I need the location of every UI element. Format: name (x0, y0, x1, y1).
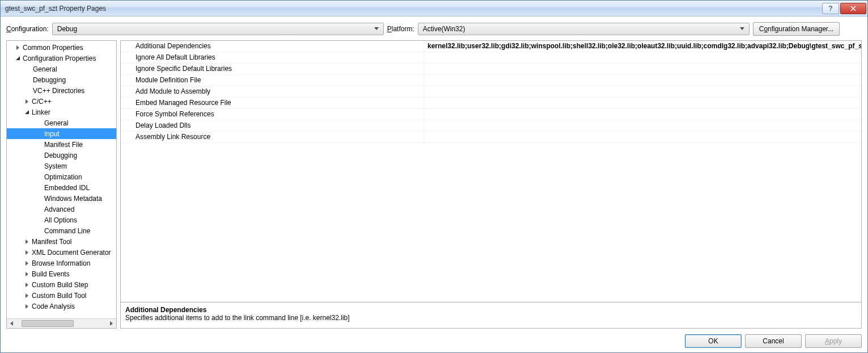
svg-marker-13 (26, 293, 28, 298)
tree-item-label: Browse Information (32, 259, 90, 267)
expand-closed-icon[interactable] (24, 271, 31, 278)
configuration-combo[interactable]: Debug (52, 23, 384, 35)
grid-value[interactable]: kernel32.lib;user32.lib;gdi32.lib;winspo… (424, 41, 861, 52)
expand-open-icon[interactable] (15, 55, 22, 62)
svg-marker-10 (26, 261, 28, 266)
tree-item-command-line[interactable]: Command Line (7, 225, 116, 236)
tree-item-all-options[interactable]: All Options (7, 215, 116, 225)
grid-row[interactable]: Add Module to Assembly (121, 86, 861, 98)
grid-row[interactable]: Force Symbol References (121, 109, 861, 120)
titlebar: gtest_swc_pf_szt Property Pages ? (1, 1, 867, 16)
tree-item-label: Input (44, 130, 60, 138)
tree-item-build-events[interactable]: Build Events (7, 268, 116, 279)
svg-marker-2 (374, 27, 379, 30)
grid-value[interactable] (424, 98, 861, 108)
cancel-button[interactable]: Cancel (745, 334, 802, 348)
right-pane: Additional Dependencieskernel32.lib;user… (120, 40, 862, 329)
scroll-right-icon[interactable] (107, 320, 116, 327)
grid-value[interactable] (424, 86, 861, 97)
tree-item-system[interactable]: System (7, 161, 116, 171)
close-icon (850, 6, 857, 11)
grid-row[interactable]: Ignore Specific Default Libraries (121, 64, 861, 75)
tree-item-custom-build-step[interactable]: Custom Build Step (7, 279, 116, 290)
tree-item-debugging[interactable]: Debugging (7, 150, 116, 161)
tree-item-input[interactable]: Input (7, 128, 116, 139)
expand-closed-icon[interactable] (24, 281, 31, 288)
svg-marker-8 (26, 239, 28, 244)
scroll-thumb[interactable] (22, 320, 74, 327)
grid-value[interactable] (424, 64, 861, 74)
tree-item-label: General (44, 119, 69, 127)
configuration-label: Configuration: (6, 25, 49, 33)
tree-pane: Common PropertiesConfiguration Propertie… (6, 40, 117, 329)
chevron-down-icon (738, 27, 747, 31)
close-button[interactable] (840, 3, 866, 14)
tree-item-label: Manifest Tool (32, 238, 71, 246)
expand-closed-icon[interactable] (24, 238, 31, 245)
platform-label: Platform: (387, 25, 414, 33)
ok-button[interactable]: OK (685, 334, 742, 348)
grid-row[interactable]: Embed Managed Resource File (121, 98, 861, 109)
tree-item-vc-directories[interactable]: VC++ Directories (7, 85, 116, 96)
tree-item-label: Build Events (32, 270, 70, 278)
grid-row[interactable]: Ignore All Default Libraries (121, 52, 861, 64)
tree-item-general[interactable]: General (7, 64, 116, 74)
tree-item-linker[interactable]: Linker (7, 107, 116, 117)
tree-item-label: Custom Build Tool (32, 292, 87, 300)
main-split: Common PropertiesConfiguration Propertie… (6, 40, 862, 329)
scroll-left-icon[interactable] (7, 320, 16, 327)
tree-item-c-c-[interactable]: C/C++ (7, 96, 116, 107)
tree-item-embedded-idl[interactable]: Embedded IDL (7, 182, 116, 193)
tree-item-label: Advanced (44, 205, 74, 213)
tree-item-label: All Options (44, 216, 77, 224)
tree-item-custom-build-tool[interactable]: Custom Build Tool (7, 290, 116, 301)
tree-horizontal-scrollbar[interactable] (7, 318, 116, 328)
grid-value[interactable] (424, 75, 861, 86)
expand-closed-icon[interactable] (24, 249, 31, 256)
description-title: Additional Dependencies (125, 306, 857, 314)
grid-value[interactable] (424, 52, 861, 63)
grid-row[interactable]: Assembly Link Resource (121, 132, 861, 143)
tree-item-manifest-tool[interactable]: Manifest Tool (7, 236, 116, 247)
tree-item-xml-document-generator[interactable]: XML Document Generator (7, 247, 116, 258)
tree-item-label: Optimization (44, 173, 82, 181)
tree-item-debugging[interactable]: Debugging (7, 74, 116, 85)
expand-closed-icon[interactable] (24, 98, 31, 105)
grid-label: Ignore Specific Default Libraries (121, 64, 424, 74)
help-button[interactable]: ? (822, 3, 839, 14)
grid-label: Add Module to Assembly (121, 86, 424, 97)
apply-button[interactable]: Apply (805, 334, 862, 348)
tree-item-windows-metadata[interactable]: Windows Metadata (7, 193, 116, 204)
platform-combo[interactable]: Active(Win32) (418, 23, 750, 35)
tree-item-common-properties[interactable]: Common Properties (7, 42, 116, 53)
grid-row[interactable]: Additional Dependencieskernel32.lib;user… (121, 41, 861, 52)
grid-row[interactable]: Module Definition File (121, 75, 861, 86)
svg-marker-3 (740, 27, 744, 30)
tree-item-manifest-file[interactable]: Manifest File (7, 139, 116, 150)
tree-item-advanced[interactable]: Advanced (7, 204, 116, 215)
property-pages-window: gtest_swc_pf_szt Property Pages ? Config… (0, 0, 868, 353)
tree-item-label: Debugging (33, 76, 66, 84)
property-grid[interactable]: Additional Dependencieskernel32.lib;user… (120, 40, 862, 302)
tree-item-general[interactable]: General (7, 117, 116, 128)
expand-closed-icon[interactable] (24, 260, 31, 267)
tree-item-label: Code Analysis (32, 302, 75, 310)
tree-item-browse-information[interactable]: Browse Information (7, 258, 116, 268)
grid-value[interactable] (424, 120, 861, 131)
tree-item-code-analysis[interactable]: Code Analysis (7, 301, 116, 312)
configuration-value: Debug (57, 25, 372, 33)
svg-marker-4 (16, 45, 19, 50)
grid-label: Additional Dependencies (121, 41, 424, 52)
expand-closed-icon[interactable] (24, 303, 31, 310)
grid-value[interactable] (424, 109, 861, 120)
expand-closed-icon[interactable] (15, 44, 22, 51)
expand-closed-icon[interactable] (24, 292, 31, 299)
grid-label: Module Definition File (121, 75, 424, 86)
tree[interactable]: Common PropertiesConfiguration Propertie… (7, 41, 116, 318)
tree-item-configuration-properties[interactable]: Configuration Properties (7, 53, 116, 64)
grid-value[interactable] (424, 132, 861, 142)
tree-item-optimization[interactable]: Optimization (7, 171, 116, 182)
expand-open-icon[interactable] (24, 109, 31, 116)
grid-row[interactable]: Delay Loaded Dlls (121, 120, 861, 132)
configuration-manager-button[interactable]: Configuration Manager... (753, 22, 840, 36)
